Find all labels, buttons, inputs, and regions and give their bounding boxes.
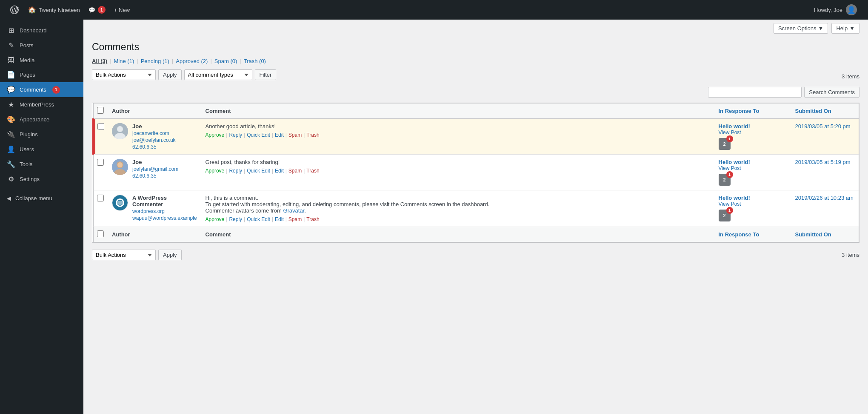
filter-pending[interactable]: Pending (1)	[141, 58, 169, 64]
action-reply-1[interactable]: Reply	[229, 132, 242, 138]
author-ip-1[interactable]: 62.60.6.35	[132, 144, 176, 150]
action-quickedit-3[interactable]: Quick Edit	[247, 216, 270, 222]
date-cell-1: 2019/03/05 at 5:20 pm	[791, 119, 859, 155]
row-checkbox-3-input[interactable]	[97, 195, 104, 201]
author-email-1[interactable]: joe@joefylan.co.uk	[132, 137, 176, 143]
date-3[interactable]: 2019/02/26 at 10:23 am	[795, 195, 854, 201]
view-post-3[interactable]: View Post	[719, 201, 787, 207]
comment-cell-3: Hi, this is a comment. To get started wi…	[201, 190, 714, 227]
apply-button-top[interactable]: Apply	[158, 69, 182, 80]
action-approve-2[interactable]: Approve	[206, 168, 225, 174]
action-trash-1[interactable]: Trash	[306, 132, 319, 138]
search-bar: Search Comments	[92, 87, 859, 98]
action-approve-3[interactable]: Approve	[206, 216, 225, 222]
table-row: Joe joecanwrite.com joe@joefylan.co.uk 6…	[93, 119, 859, 155]
comment-cell-2: Great post, thanks for sharing! Approve …	[201, 155, 714, 190]
collapse-menu[interactable]: ◀ Collapse menu	[0, 190, 83, 207]
action-quickedit-2[interactable]: Quick Edit	[247, 168, 270, 174]
filter-links: All (3) | Mine (1) | Pending (1)	[92, 58, 859, 64]
action-edit-2[interactable]: Edit	[275, 168, 284, 174]
filter-mine[interactable]: Mine (1)	[114, 58, 134, 64]
row-checkbox-1-input[interactable]	[97, 123, 104, 130]
row-checkbox-2-input[interactable]	[97, 159, 104, 166]
bottom-tablenav: Bulk Actions Apply 3 items	[92, 246, 859, 264]
help-button[interactable]: Help ▼	[831, 23, 859, 34]
action-reply-2[interactable]: Reply	[229, 168, 242, 174]
action-trash-3[interactable]: Trash	[306, 216, 319, 222]
comment-type-select[interactable]: All comment types	[184, 69, 252, 80]
item-count-top: 3 items	[842, 73, 859, 80]
action-trash-2[interactable]: Trash	[306, 168, 319, 174]
action-reply-3[interactable]: Reply	[229, 216, 242, 222]
sidebar-item-settings[interactable]: ⚙ Settings	[0, 172, 83, 187]
wp-logo[interactable]	[7, 0, 22, 20]
author-email-3[interactable]: wapuu@wordpress.example	[132, 215, 197, 221]
filter-approved[interactable]: Approved (2)	[176, 58, 208, 64]
gravatar-link[interactable]: Gravatar	[283, 207, 304, 214]
svg-point-6	[117, 162, 123, 167]
author-ip-2[interactable]: 62.60.6.35	[132, 173, 178, 179]
action-spam-3[interactable]: Spam	[288, 216, 302, 222]
action-edit-3[interactable]: Edit	[275, 216, 284, 222]
sidebar-item-posts[interactable]: ✎ Posts	[0, 38, 83, 53]
author-email-2[interactable]: joefylan@gmail.com	[132, 166, 178, 172]
action-spam-2[interactable]: Spam	[288, 168, 302, 174]
sidebar-item-users[interactable]: 👤 Users	[0, 142, 83, 157]
screen-options-button[interactable]: Screen Options ▼	[774, 23, 828, 34]
main-content: Screen Options ▼ Help ▼ Comments All (3)…	[83, 20, 868, 414]
action-edit-1[interactable]: Edit	[275, 132, 284, 138]
col-footer-submitted[interactable]: Submitted On	[791, 227, 859, 242]
response-icons-3: 2 1	[719, 210, 787, 221]
bulk-actions-select-bottom[interactable]: Bulk Actions	[92, 250, 156, 260]
sidebar-item-tools[interactable]: 🔧 Tools	[0, 157, 83, 172]
col-header-response[interactable]: In Response To	[714, 104, 791, 119]
sidebar-item-media[interactable]: 🖼 Media	[0, 53, 83, 67]
adminbar-comments[interactable]: 💬 1	[84, 0, 110, 20]
view-post-1[interactable]: View Post	[719, 129, 787, 135]
sidebar-item-appearance[interactable]: 🎨 Appearance	[0, 112, 83, 127]
bulk-actions-select-top[interactable]: Bulk Actions	[92, 69, 156, 80]
date-2[interactable]: 2019/03/05 at 5:19 pm	[795, 159, 851, 165]
filter-button[interactable]: Filter	[255, 69, 277, 80]
apply-button-bottom[interactable]: Apply	[158, 250, 182, 260]
filter-spam[interactable]: Spam (0)	[214, 58, 237, 64]
table-header-row: Author Comment In Response To Submitted …	[93, 104, 859, 119]
select-all-checkbox-top[interactable]	[97, 107, 104, 114]
response-title-2[interactable]: Hello world!	[719, 159, 787, 165]
date-cell-2: 2019/03/05 at 5:19 pm	[791, 155, 859, 190]
filter-trash[interactable]: Trash (0)	[244, 58, 266, 64]
filter-all[interactable]: All (3)	[92, 58, 107, 64]
comment-actions-3: Approve | Reply | Quick Edit | Edit | Sp…	[206, 216, 710, 222]
sidebar-item-comments[interactable]: 💬 Comments 1	[0, 82, 83, 97]
action-spam-1[interactable]: Spam	[288, 132, 302, 138]
memberpress-icon: ★	[7, 101, 15, 109]
author-cell-3: A WordPress Commenter wordpress.org wapu…	[108, 190, 201, 227]
settings-icon: ⚙	[7, 175, 15, 183]
action-quickedit-1[interactable]: Quick Edit	[247, 132, 270, 138]
sidebar-item-pages[interactable]: 📄 Pages	[0, 67, 83, 82]
action-approve-1[interactable]: Approve	[206, 132, 225, 138]
page-title: Comments	[92, 41, 859, 53]
response-title-3[interactable]: Hello world!	[719, 195, 787, 201]
response-title-1[interactable]: Hello world!	[719, 123, 787, 129]
search-input[interactable]	[708, 87, 802, 98]
adminbar-howdy[interactable]: Howdy, Joe 👤	[810, 4, 861, 15]
sidebar-item-memberpress[interactable]: ★ MemberPress	[0, 97, 83, 112]
author-site-1[interactable]: joecanwrite.com	[132, 130, 176, 136]
col-header-submitted[interactable]: Submitted On	[791, 104, 859, 119]
select-all-checkbox-bottom[interactable]	[97, 230, 104, 237]
chat-icon-wrapper-2: 2 1	[719, 174, 731, 186]
sidebar-item-plugins[interactable]: 🔌 Plugins	[0, 127, 83, 142]
view-post-2[interactable]: View Post	[719, 165, 787, 171]
adminbar-new[interactable]: + New	[110, 0, 134, 20]
adminbar-site-name[interactable]: 🏠 Twenty Nineteen	[24, 0, 84, 20]
date-1[interactable]: 2019/03/05 at 5:20 pm	[795, 123, 851, 129]
author-site-3[interactable]: wordpress.org	[132, 208, 197, 214]
col-footer-response[interactable]: In Response To	[714, 227, 791, 242]
table-footer-row: Author Comment In Response To Submitted …	[93, 227, 859, 242]
col-header-checkbox	[93, 104, 108, 119]
screen-options-bar: Screen Options ▼ Help ▼	[83, 20, 868, 37]
sidebar-item-dashboard[interactable]: ⊞ Dashboard	[0, 23, 83, 38]
search-comments-button[interactable]: Search Comments	[804, 87, 859, 98]
author-name-1: Joe	[132, 123, 176, 129]
